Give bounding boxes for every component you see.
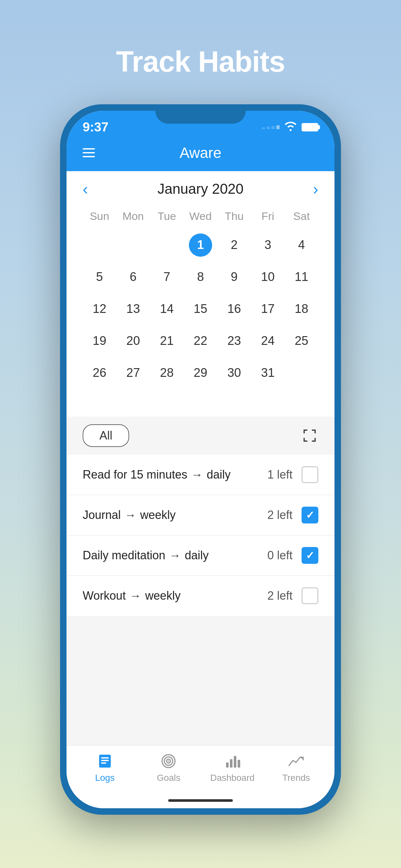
filter-all-button[interactable]: All	[83, 424, 129, 447]
habit-item-3[interactable]: Workout → weekly2 left	[66, 576, 335, 616]
calendar-nav: ‹ January 2020 ›	[83, 181, 318, 197]
wifi-icon	[284, 120, 297, 134]
nav-logs[interactable]: Logs	[73, 752, 137, 783]
calendar-day-4[interactable]: 4	[298, 232, 305, 258]
app-name-label: Aware	[180, 144, 221, 161]
signal-icon	[262, 125, 280, 129]
nav-dashboard[interactable]: Dashboard	[201, 752, 265, 783]
calendar-day-26[interactable]: 26	[93, 360, 106, 385]
calendar-day-30[interactable]: 30	[227, 360, 241, 385]
calendar-day-8[interactable]: 8	[197, 264, 204, 290]
menu-button[interactable]	[83, 148, 95, 157]
battery-icon	[302, 123, 318, 131]
calendar-day-28[interactable]: 28	[160, 360, 174, 385]
calendar-day-27[interactable]: 27	[126, 360, 140, 385]
svg-rect-9	[226, 763, 228, 768]
calendar-day-24[interactable]: 24	[261, 328, 274, 353]
calendar-day-6[interactable]: 6	[130, 264, 136, 290]
calendar-day-9[interactable]: 9	[231, 264, 238, 290]
calendar-day-31[interactable]: 31	[261, 360, 274, 385]
calendar-day-7[interactable]: 7	[163, 264, 170, 290]
goals-label: Goals	[157, 773, 181, 783]
status-time: 9:37	[83, 120, 109, 134]
app-header: Aware	[66, 137, 335, 171]
calendar-section: ‹ January 2020 › Sun Mon Tue Wed Thu Fri…	[66, 171, 335, 416]
habit-item-0[interactable]: Read for 15 minutes → daily1 left	[66, 455, 335, 495]
habit-count-1: 2 left	[267, 508, 292, 522]
day-thu: Thu	[217, 207, 251, 226]
status-icons	[262, 120, 318, 134]
svg-rect-12	[238, 760, 240, 768]
calendar-day-1[interactable]: 1	[189, 234, 212, 257]
calendar-day-19[interactable]: 19	[93, 328, 106, 353]
svg-rect-10	[230, 759, 233, 768]
habit-checkbox-3[interactable]	[302, 587, 318, 604]
next-month-button[interactable]: ›	[313, 181, 318, 197]
calendar-day-14[interactable]: 14	[160, 296, 174, 321]
day-tue: Tue	[150, 207, 184, 226]
day-fri: Fri	[251, 207, 284, 226]
calendar-day-11[interactable]: 11	[295, 264, 308, 290]
logs-icon	[96, 752, 114, 770]
trends-icon	[287, 752, 305, 770]
habit-item-2[interactable]: Daily meditation → daily0 left✓	[66, 535, 335, 576]
day-sun: Sun	[83, 207, 116, 226]
habit-checkbox-0[interactable]	[302, 466, 318, 483]
calendar-day-21[interactable]: 21	[160, 328, 174, 353]
calendar-day-25[interactable]: 25	[295, 328, 308, 353]
nav-goals[interactable]: Goals	[137, 752, 201, 783]
habits-list: Read for 15 minutes → daily1 leftJournal…	[66, 455, 335, 745]
habit-count-3: 2 left	[267, 589, 292, 602]
logs-label: Logs	[95, 773, 115, 783]
prev-month-button[interactable]: ‹	[83, 181, 88, 197]
calendar-day-29[interactable]: 29	[194, 360, 207, 385]
habit-checkbox-2[interactable]: ✓	[302, 547, 318, 564]
home-indicator	[66, 796, 335, 808]
svg-rect-2	[101, 760, 109, 761]
calendar-day-15[interactable]: 15	[194, 296, 207, 321]
phone-screen: 9:37	[66, 111, 335, 808]
habit-count-0: 1 left	[267, 468, 292, 482]
filter-bar: All	[66, 416, 335, 455]
habit-item-1[interactable]: Journal → weekly2 left✓	[66, 495, 335, 535]
habit-name-2: Daily meditation → daily	[83, 549, 209, 562]
svg-rect-11	[234, 756, 236, 768]
habit-count-2: 0 left	[267, 549, 292, 562]
notch	[155, 104, 246, 124]
dashboard-icon	[223, 752, 242, 770]
habit-name-1: Journal → weekly	[83, 508, 176, 522]
calendar-day-5[interactable]: 5	[96, 264, 103, 290]
goals-icon	[159, 752, 178, 770]
calendar-day-23[interactable]: 23	[227, 328, 241, 353]
day-wed: Wed	[184, 207, 217, 226]
svg-point-8	[168, 761, 169, 762]
habit-name-3: Workout → weekly	[83, 589, 181, 602]
calendar-month-label: January 2020	[158, 181, 244, 197]
expand-button[interactable]	[301, 427, 318, 445]
day-mon: Mon	[116, 207, 150, 226]
habit-checkbox-1[interactable]: ✓	[302, 507, 318, 523]
dashboard-label: Dashboard	[210, 773, 254, 783]
svg-rect-3	[101, 763, 106, 764]
calendar-day-16[interactable]: 16	[227, 296, 241, 321]
bottom-nav: Logs Goals	[66, 745, 335, 796]
day-sat: Sat	[285, 207, 318, 226]
calendar-day-13[interactable]: 13	[126, 296, 140, 321]
habit-name-0: Read for 15 minutes → daily	[83, 468, 230, 482]
trends-label: Trends	[282, 773, 310, 783]
calendar-day-18[interactable]: 18	[295, 296, 308, 321]
calendar-day-10[interactable]: 10	[261, 264, 274, 290]
home-bar	[168, 799, 233, 802]
calendar-day-3[interactable]: 3	[265, 232, 271, 258]
calendar-day-20[interactable]: 20	[126, 328, 140, 353]
calendar-day-17[interactable]: 17	[261, 296, 274, 321]
calendar-grid: 1234567891011121314151617181920212223242…	[83, 229, 318, 407]
calendar-days-header: Sun Mon Tue Wed Thu Fri Sat	[83, 207, 318, 226]
phone-frame: 9:37	[60, 104, 341, 815]
calendar-day-22[interactable]: 22	[194, 328, 207, 353]
nav-trends[interactable]: Trends	[265, 752, 328, 783]
page-title: Track Habits	[116, 45, 285, 79]
calendar-day-2[interactable]: 2	[231, 232, 238, 258]
calendar-day-12[interactable]: 12	[93, 296, 106, 321]
svg-rect-1	[101, 757, 109, 758]
